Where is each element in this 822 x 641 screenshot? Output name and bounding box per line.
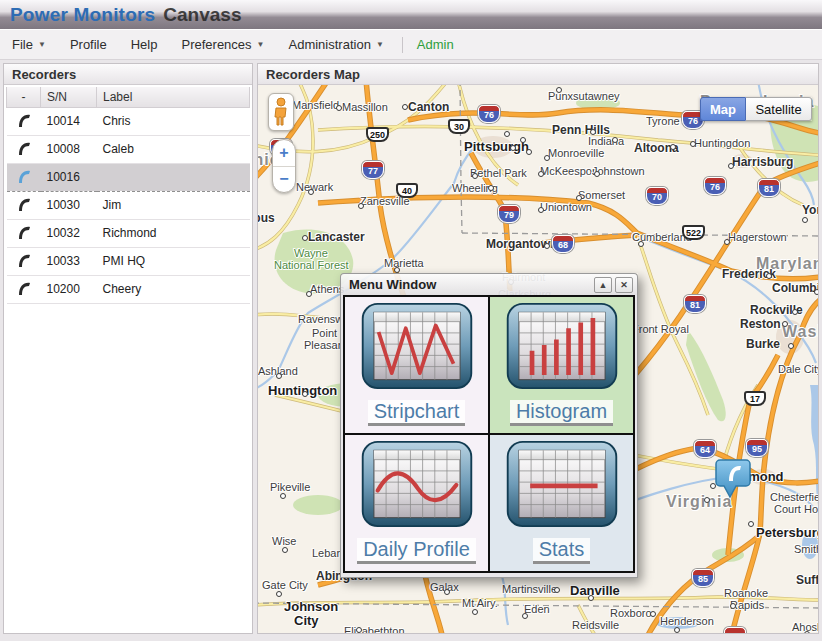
- column-sn[interactable]: S/N: [41, 87, 97, 107]
- map-place-label: Bethel Park: [470, 167, 527, 179]
- map-city-dot: [520, 137, 526, 143]
- map-city-dot: [730, 603, 736, 609]
- map-place-label: Johnstown: [592, 165, 645, 177]
- map-city-dot: [788, 343, 794, 349]
- map-place-label: Wayne: [294, 247, 328, 259]
- map-place-label: Huntingdon: [694, 137, 750, 149]
- map-panel: Recorders Map: [257, 63, 819, 634]
- menu-preferences-label: Preferences: [181, 37, 251, 52]
- map-city-dot: [594, 171, 600, 177]
- cell-sn: 10200: [41, 275, 97, 303]
- menu-profile[interactable]: Profile: [58, 37, 119, 52]
- cell-label: Caleb: [97, 135, 250, 163]
- user-admin-link[interactable]: Admin: [409, 37, 462, 52]
- map-place-label: Elizabethton: [344, 625, 405, 633]
- tile-daily-profile-label[interactable]: Daily Profile: [357, 538, 476, 564]
- menu-administration[interactable]: Administration ▼: [277, 37, 396, 52]
- main-content: Recorders - S/N Label 10014Chris10008Cal…: [0, 60, 822, 637]
- map-place-label: Mansfield: [292, 99, 339, 111]
- chevron-down-icon: ▼: [257, 40, 265, 49]
- map-place-label: Harrisburg: [732, 155, 793, 169]
- column-label[interactable]: Label: [97, 87, 250, 107]
- map-city-dot: [556, 87, 562, 93]
- interstate-shield: 85: [692, 569, 714, 587]
- map-place-label: Martinsville: [502, 583, 557, 595]
- cell-sn: 10030: [41, 191, 97, 219]
- table-row[interactable]: 10033PMI HQ: [7, 247, 250, 275]
- map-city-dot: [280, 493, 286, 499]
- map-city-dot: [674, 627, 680, 633]
- interstate-shield: 81: [684, 295, 706, 313]
- table-row[interactable]: 10014Chris: [7, 107, 250, 135]
- map-city-dot: [510, 145, 516, 151]
- map-city-dot: [522, 613, 528, 619]
- pegman-control[interactable]: [268, 93, 294, 131]
- tile-daily-profile[interactable]: Daily Profile: [345, 435, 488, 571]
- map-place-label: Smithfield: [794, 543, 818, 555]
- table-row[interactable]: 10200Cheery: [7, 275, 250, 303]
- map-city-dot: [526, 149, 532, 155]
- tile-stripchart[interactable]: Stripchart: [345, 297, 488, 433]
- map-city-dot: [554, 587, 560, 593]
- recorder-hook-icon: [16, 139, 32, 157]
- map-type-toggle: Map Satellite: [700, 97, 812, 121]
- app-header: Power Monitors Canvass: [0, 0, 822, 30]
- zoom-in-button[interactable]: +: [273, 140, 295, 167]
- menu-preferences[interactable]: Preferences ▼: [169, 37, 276, 52]
- daily-profile-icon: [358, 440, 476, 528]
- zoom-control: + −: [272, 139, 296, 193]
- collapse-button[interactable]: ▲: [594, 277, 612, 293]
- map-city-dot: [782, 321, 788, 327]
- stripchart-icon: [358, 302, 476, 390]
- map-place-label: McKeesport: [540, 165, 599, 177]
- map-place-label: Massillon: [342, 101, 388, 113]
- map-city-dot: [544, 243, 550, 249]
- map-place-label: City: [294, 613, 319, 628]
- recorder-hook-icon: [16, 167, 32, 185]
- us-route-shield: 40: [396, 183, 418, 198]
- table-row[interactable]: 10016: [7, 163, 250, 191]
- menu-help[interactable]: Help: [119, 37, 170, 52]
- map-place-label: Petersburg: [756, 525, 818, 540]
- map-city-dot: [612, 137, 618, 143]
- map-place-label: Roanoke: [724, 587, 768, 599]
- satellite-button[interactable]: Satellite: [746, 97, 812, 121]
- menu-file[interactable]: File ▼: [0, 37, 58, 52]
- map-city-dot: [690, 141, 696, 147]
- close-button[interactable]: ✕: [615, 277, 633, 293]
- tile-histogram[interactable]: Histogram: [490, 297, 633, 433]
- map-city-dot: [792, 309, 798, 315]
- zoom-out-button[interactable]: −: [273, 167, 295, 193]
- map-city-dot: [308, 189, 314, 195]
- map-place-label: Marietta: [384, 257, 424, 269]
- map-city-dot: [724, 239, 730, 245]
- table-row[interactable]: 10008Caleb: [7, 135, 250, 163]
- chevron-down-icon: ▼: [376, 40, 384, 49]
- tile-stats-label[interactable]: Stats: [533, 538, 591, 564]
- map-place-label: Pikeville: [270, 481, 310, 493]
- map-viewport[interactable]: MansfieldMassillonCantonPunxsutawneyPenn…: [258, 85, 818, 633]
- tile-stripchart-label[interactable]: Stripchart: [368, 400, 466, 426]
- recorder-hook-icon: [16, 279, 32, 297]
- tile-histogram-label[interactable]: Histogram: [510, 400, 613, 426]
- map-city-dot: [590, 129, 596, 135]
- map-city-dot: [670, 144, 676, 150]
- recorder-hook-icon: [16, 251, 32, 269]
- column-icon[interactable]: -: [7, 87, 41, 107]
- map-city-dot: [504, 131, 510, 137]
- map-city-dot: [488, 185, 494, 191]
- table-row[interactable]: 10030Jim: [7, 191, 250, 219]
- map-place-label: Dale City: [778, 363, 818, 375]
- map-place-label: Pittsburgh: [464, 139, 529, 154]
- menu-window-title: Menu Window: [349, 277, 436, 292]
- map-city-dot: [588, 595, 594, 601]
- recorders-table: - S/N Label 10014Chris10008Caleb10016100…: [6, 87, 250, 304]
- map-button[interactable]: Map: [700, 97, 746, 121]
- menu-window-titlebar[interactable]: Menu Window ▲ ✕: [340, 273, 638, 295]
- map-place-label: Chesterfield: [770, 491, 818, 503]
- menu-profile-label: Profile: [70, 37, 107, 52]
- table-row[interactable]: 10032Richmond: [7, 219, 250, 247]
- recorders-panel: Recorders - S/N Label 10014Chris10008Cal…: [3, 63, 253, 634]
- tile-stats[interactable]: Stats: [490, 435, 633, 571]
- recorder-marker[interactable]: [714, 457, 752, 503]
